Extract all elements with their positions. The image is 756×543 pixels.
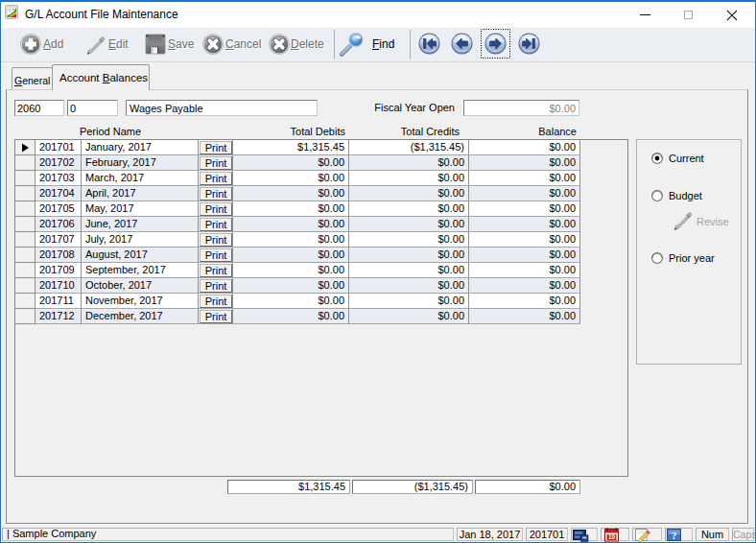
svg-text:10: 10 xyxy=(608,533,616,540)
svg-text:?: ? xyxy=(672,531,676,541)
